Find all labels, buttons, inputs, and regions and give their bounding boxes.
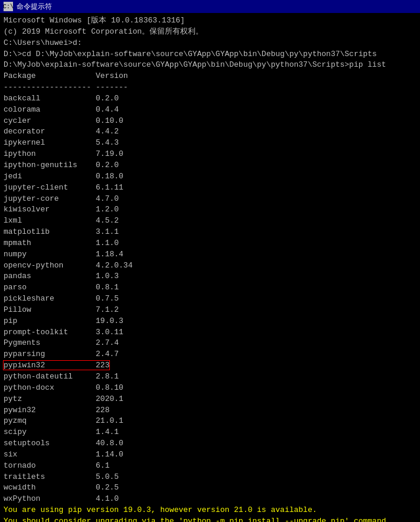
terminal-line: python-dateutil 2.8.1: [4, 371, 416, 383]
terminal-line: opencv-python 4.2.0.34: [4, 260, 416, 272]
terminal-line: ipython-genutils 0.2.0: [4, 160, 416, 171]
terminal-line: pypiwin32 223: [4, 360, 416, 371]
terminal-line: Package Version: [4, 71, 416, 82]
terminal-line: lxml 4.5.2: [4, 216, 416, 227]
terminal-line: setuptools 40.8.0: [4, 438, 416, 449]
terminal-line: decorator 4.4.2: [4, 126, 416, 138]
terminal-line: backcall 0.2.0: [4, 93, 416, 105]
terminal-line: pyparsing 2.4.7: [4, 349, 416, 360]
terminal-line: pyzmq 21.0.1: [4, 416, 416, 427]
terminal-line: Pillow 7.1.2: [4, 305, 416, 316]
terminal-line: matplotlib 3.1.1: [4, 227, 416, 238]
terminal-line: D:\>cd D:\MyJob\explain-software\source\…: [4, 49, 416, 60]
terminal-line: numpy 1.18.4: [4, 249, 416, 260]
terminal-content[interactable]: Microsoft Windows [版本 10.0.18363.1316](c…: [0, 13, 420, 522]
terminal-line: cycler 0.10.0: [4, 116, 416, 127]
terminal-line: Pygments 2.7.4: [4, 338, 416, 349]
terminal-line: ipykernel 5.4.3: [4, 138, 416, 149]
terminal-line: (c) 2019 Microsoft Corporation。保留所有权利。: [4, 27, 416, 38]
terminal-line: jedi 0.18.0: [4, 171, 416, 182]
terminal-line: prompt-toolkit 3.0.11: [4, 327, 416, 338]
terminal-line: D:\MyJob\explain-software\source\GYApp\G…: [4, 60, 416, 71]
terminal-line: jupyter-core 4.7.0: [4, 194, 416, 205]
terminal-line: C:\Users\huwei>d:: [4, 38, 416, 49]
terminal-line: traitlets 5.0.5: [4, 472, 416, 483]
title-bar: C:\ 命令提示符: [0, 0, 420, 13]
terminal-line: pytz 2020.1: [4, 394, 416, 405]
terminal-line: kiwisolver 1.2.0: [4, 204, 416, 216]
terminal-line: wcwidth 0.2.5: [4, 482, 416, 494]
terminal-line: colorama 0.4.4: [4, 105, 416, 116]
terminal-line: python-docx 0.8.10: [4, 383, 416, 394]
terminal-line: pickleshare 0.7.5: [4, 293, 416, 305]
terminal-line: mpmath 1.1.0: [4, 238, 416, 249]
terminal-line: parso 0.8.1: [4, 282, 416, 293]
terminal-line: scipy 1.4.1: [4, 427, 416, 438]
terminal-line: Microsoft Windows [版本 10.0.18363.1316]: [4, 15, 416, 27]
terminal-icon: C:\: [4, 2, 13, 11]
terminal-line: pip 19.0.3: [4, 316, 416, 327]
terminal-line: jupyter-client 6.1.11: [4, 182, 416, 194]
terminal-window: C:\ 命令提示符 Microsoft Windows [版本 10.0.183…: [0, 0, 420, 522]
terminal-line: six 1.14.0: [4, 449, 416, 461]
terminal-line: pywin32 228: [4, 405, 416, 416]
terminal-line: You are using pip version 19.0.3, howeve…: [4, 505, 416, 516]
terminal-line: pandas 1.0.3: [4, 271, 416, 282]
title-text: 命令提示符: [17, 2, 416, 12]
terminal-line: You should consider upgrading via the 'p…: [4, 516, 416, 522]
terminal-line: ipython 7.19.0: [4, 149, 416, 160]
terminal-line: tornado 6.1: [4, 461, 416, 472]
terminal-line: ------------------- -------: [4, 82, 416, 93]
terminal-line: wxPython 4.1.0: [4, 494, 416, 505]
